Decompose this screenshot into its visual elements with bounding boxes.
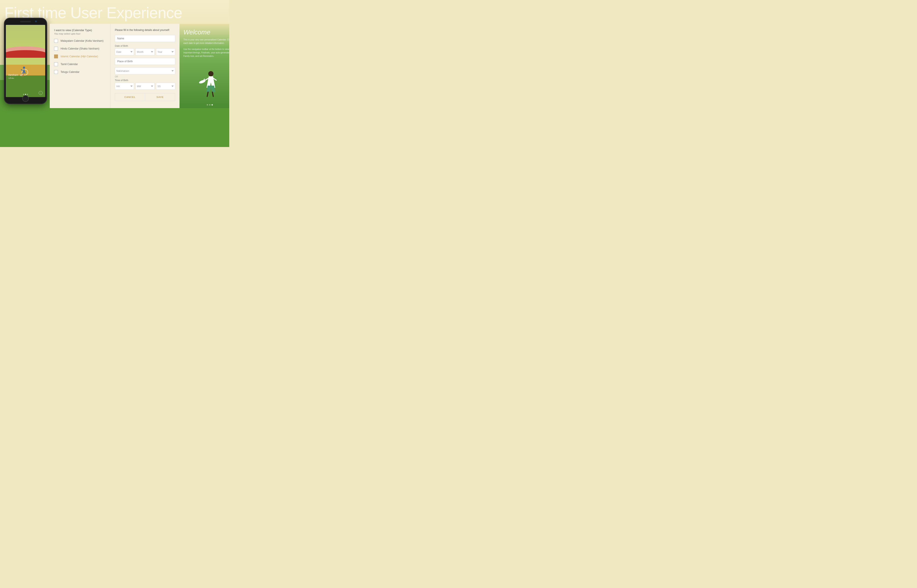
phone-next-arrow[interactable]: › xyxy=(39,91,43,95)
or-divider: OR xyxy=(115,76,175,78)
welcome-dot-1 xyxy=(207,104,208,105)
phone-camera xyxy=(35,21,37,22)
cards-container: I want to view (Calendar Type) You may s… xyxy=(50,24,229,110)
list-item[interactable]: Telugu Calendar xyxy=(54,70,106,74)
dob-label: Date of Birth xyxy=(115,45,175,47)
welcome-card: Welcome This is your very own personalis… xyxy=(180,24,229,108)
welcome-title: Welcome xyxy=(183,29,229,36)
calendar-card-subtitle: You may select upto four: xyxy=(54,32,106,35)
dob-month-select[interactable]: Month xyxy=(135,48,155,55)
calendar-type-card: I want to view (Calendar Type) You may s… xyxy=(50,24,110,108)
list-item[interactable]: Tamil Calendar xyxy=(54,62,106,66)
phone-app-name-ml: വർഷം xyxy=(8,77,14,79)
details-title: Please fill in the following details abo… xyxy=(115,29,175,32)
welcome-dot-3 xyxy=(212,104,213,105)
phone-speaker xyxy=(20,21,31,22)
dob-row: Date Month Year xyxy=(115,48,175,55)
phone-screen: Varsham വർഷം › xyxy=(6,25,45,97)
hindu-label: Hindu Calendar (Shaka Varsham) xyxy=(61,47,99,50)
phone-mockup: Varsham വർഷം › xyxy=(4,18,47,104)
svg-point-2 xyxy=(208,71,213,76)
list-item[interactable]: Hindu Calendar (Shaka Varsham) xyxy=(54,47,106,50)
action-row: CANCEL SAVE xyxy=(115,93,175,101)
tamil-label: Tamil Calendar xyxy=(61,63,78,66)
user-details-card: Please fill in the following details abo… xyxy=(110,24,180,108)
islamic-label: Islamic Calendar (Hijri Calendar) xyxy=(61,55,98,58)
phone-dot-1 xyxy=(23,94,24,95)
calendar-card-title: I want to view (Calendar Type) xyxy=(54,29,106,32)
phone-app-name: Varsham xyxy=(8,73,18,76)
time-row: HH MM SS xyxy=(115,83,175,90)
place-of-birth-input[interactable] xyxy=(115,58,175,65)
dob-date-select[interactable]: Date xyxy=(115,48,134,55)
welcome-para1: This is your very own personalised Calen… xyxy=(183,38,229,45)
phone-dot-2 xyxy=(25,94,26,95)
tamil-checkbox[interactable] xyxy=(54,62,58,66)
malayalam-checkbox[interactable] xyxy=(54,39,58,43)
name-input[interactable] xyxy=(115,35,175,42)
save-button[interactable]: SAVE xyxy=(145,93,175,101)
cancel-button[interactable]: CANCEL xyxy=(115,93,145,101)
malayalam-label: Malayalam Calendar (Kolla Varsham) xyxy=(61,39,104,42)
welcome-dots xyxy=(207,104,213,105)
islamic-checkbox[interactable] xyxy=(54,55,58,58)
phone-dots xyxy=(23,94,28,95)
nakshatram-select[interactable]: Nakshatram xyxy=(115,68,175,74)
tob-label: Time of Birth xyxy=(115,79,175,81)
dob-year-select[interactable]: Year xyxy=(156,48,175,55)
telugu-label: Telugu Calendar xyxy=(61,71,79,73)
tob-ss-select[interactable]: SS xyxy=(156,83,175,90)
svg-line-3 xyxy=(207,92,208,97)
svg-point-1 xyxy=(20,74,23,76)
list-item[interactable]: Islamic Calendar (Hijri Calendar) xyxy=(54,55,106,58)
phone-home-button[interactable] xyxy=(22,95,29,102)
phone-dot-3 xyxy=(27,94,28,95)
list-item[interactable]: Malayalam Calendar (Kolla Varsham) xyxy=(54,39,106,43)
nakshatram-row: Nakshatram xyxy=(115,68,175,74)
svg-line-4 xyxy=(212,92,213,97)
svg-point-0 xyxy=(23,66,25,69)
hindu-checkbox[interactable] xyxy=(54,47,58,50)
svg-point-5 xyxy=(199,79,206,84)
telugu-checkbox[interactable] xyxy=(54,70,58,74)
tob-hh-select[interactable]: HH xyxy=(115,83,134,90)
tob-mm-select[interactable]: MM xyxy=(135,83,155,90)
welcome-para2: Use the navigation toolbar at the bottom… xyxy=(183,48,229,58)
welcome-dot-2 xyxy=(209,104,210,105)
